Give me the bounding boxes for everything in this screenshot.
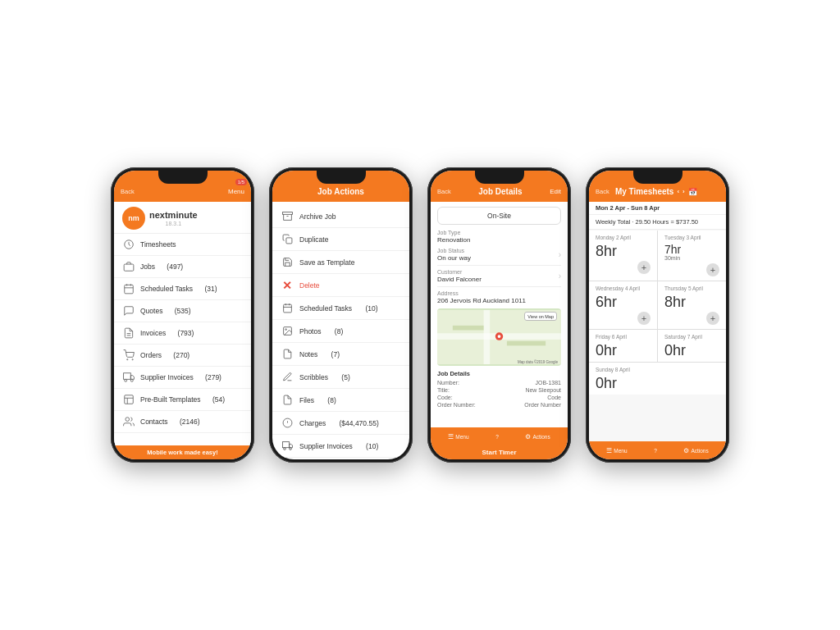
- phone1-footer: Mobile work made easy!: [114, 445, 251, 459]
- logo-area: nm nextminute 18.3.1: [114, 202, 251, 234]
- menu-item-templates[interactable]: Pre-Built Templates (54): [114, 389, 251, 411]
- job-number-row: Number: JOB-1381: [437, 380, 561, 386]
- action-charges[interactable]: Charges ($44,470.55): [272, 412, 409, 435]
- day-grid: Monday 2 April 8hr + Tuesday 3 April 7hr…: [589, 231, 726, 395]
- customer-value: David Falconer: [437, 276, 482, 283]
- phones-container: Back Menu 1/5 nm nextminute 18.3.1: [94, 135, 746, 495]
- job-details-title: Job Details: [451, 187, 550, 196]
- menu-item-quotes[interactable]: Quotes (535): [114, 300, 251, 322]
- menu-item-scheduled[interactable]: Scheduled Tasks (31): [114, 278, 251, 300]
- view-map-button[interactable]: View on Map: [524, 312, 557, 321]
- tuesday-label: Tuesday 3 April: [664, 235, 719, 240]
- action-duplicate[interactable]: Duplicate: [272, 228, 409, 251]
- chevron-right-icon[interactable]: ›: [682, 188, 685, 195]
- action-photos[interactable]: Photos (8): [272, 320, 409, 343]
- phone3: Back Job Details Edit On-Site Job Type R…: [427, 167, 571, 463]
- tuesday-plus[interactable]: +: [706, 263, 719, 276]
- svg-marker-31: [289, 444, 292, 447]
- action-archive[interactable]: Archive Job: [272, 205, 409, 228]
- action-supplier-invoices[interactable]: Supplier Invoices (10): [272, 435, 409, 458]
- menu-item-timesheets[interactable]: Timesheets: [114, 234, 251, 256]
- jobs-count: (497): [167, 262, 183, 271]
- gear-icon: ⚙: [525, 433, 531, 441]
- action-scheduled-tasks[interactable]: Scheduled Tasks (10): [272, 297, 409, 320]
- menu-bottom-icon: ☰: [448, 433, 454, 441]
- ts-menu-btn[interactable]: ☰ Menu: [606, 447, 627, 454]
- photos-label: Photos: [299, 327, 321, 336]
- svg-rect-36: [484, 310, 491, 364]
- menu-item-jobs[interactable]: Jobs (497): [114, 256, 251, 278]
- clock-icon: [122, 238, 135, 251]
- quotes-count: (535): [175, 307, 191, 315]
- chevron-left-icon[interactable]: ‹: [677, 188, 679, 195]
- notes-icon: [281, 348, 294, 361]
- help-btn[interactable]: ?: [495, 434, 499, 440]
- order-row: Order Number: Order Number: [437, 402, 561, 408]
- thursday-plus[interactable]: +: [706, 312, 719, 325]
- supplier-invoices-icon: [281, 440, 294, 453]
- menu-item-orders[interactable]: Orders (270): [114, 345, 251, 367]
- ts-menu-label: Menu: [614, 448, 627, 454]
- weekly-total: Weekly Total · 29.50 Hours = $737.50: [589, 215, 726, 230]
- job-title-row: Title: New Sleepout: [437, 387, 561, 393]
- start-timer-bar[interactable]: Start Timer: [431, 445, 568, 459]
- phone1: Back Menu 1/5 nm nextminute 18.3.1: [111, 167, 254, 463]
- status-arrow-icon: ›: [559, 250, 561, 259]
- tuesday-sub: 30min: [664, 255, 719, 261]
- phone4-back[interactable]: Back: [596, 188, 609, 195]
- duplicate-icon: [281, 233, 294, 246]
- phone3-bottom-bar: ☰ Menu ? ⚙ Actions: [431, 427, 568, 445]
- map-view: View on Map Map data ©2019 Google: [437, 308, 561, 366]
- number-value: JOB-1381: [535, 380, 561, 386]
- menu-bottom-btn[interactable]: ☰ Menu: [448, 433, 468, 441]
- job-status-value: On our way: [437, 254, 471, 262]
- ts-actions-btn[interactable]: ⚙ Actions: [683, 447, 708, 454]
- menu-item-supplier-invoices[interactable]: Supplier Invoices (279): [114, 367, 251, 389]
- monday-plus[interactable]: +: [637, 261, 651, 274]
- action-files[interactable]: Files (8): [272, 389, 409, 412]
- order-label: Order Number:: [437, 402, 476, 408]
- svg-rect-20: [285, 238, 291, 244]
- tuesday-hours: 7hr: [664, 244, 719, 255]
- menu-item-invoices[interactable]: Invoices (793): [114, 322, 251, 345]
- logo-text: nextminute: [149, 210, 198, 220]
- supplier-invoices-label: Supplier Invoices: [299, 442, 353, 450]
- phone3-back[interactable]: Back: [437, 188, 451, 195]
- job-actions-title: Job Actions: [279, 187, 403, 196]
- job-status-label: Job Status: [437, 248, 471, 253]
- friday-hours: 0hr: [596, 343, 651, 358]
- on-site-button[interactable]: On-Site: [437, 207, 561, 225]
- job-status-row[interactable]: Job Status On our way ›: [437, 248, 561, 266]
- actions-label: Actions: [532, 434, 550, 440]
- action-delete[interactable]: ✕ Delete: [272, 274, 409, 297]
- order-value: Order Number: [524, 402, 561, 408]
- ts-menu-icon: ☰: [606, 447, 612, 454]
- document-icon: [122, 326, 135, 340]
- wednesday-label: Wednesday 4 April: [596, 285, 651, 291]
- timesheets-label: Timesheets: [140, 240, 176, 249]
- edit-button[interactable]: Edit: [550, 188, 561, 195]
- action-quotes[interactable]: Quotes (11): [272, 458, 409, 459]
- menu-button[interactable]: Menu: [228, 188, 244, 195]
- scribbles-label: Scribbles: [299, 373, 328, 381]
- saturday-label: Saturday 7 April: [664, 334, 719, 340]
- actions-btn[interactable]: ⚙ Actions: [525, 433, 550, 441]
- ts-help-btn[interactable]: ?: [654, 448, 657, 454]
- wednesday-plus[interactable]: +: [637, 312, 651, 325]
- action-scribbles[interactable]: Scribbles (5): [272, 366, 409, 389]
- back-button[interactable]: Back: [121, 188, 135, 195]
- timesheets-page-title: My Timesheets ‹ › 📅: [609, 187, 703, 196]
- action-notes[interactable]: Notes (7): [272, 343, 409, 366]
- cart-icon: [122, 349, 135, 362]
- svg-rect-18: [282, 212, 292, 215]
- title-value: New Sleepout: [525, 387, 561, 393]
- customer-row[interactable]: Customer David Falconer ›: [437, 269, 561, 287]
- svg-rect-21: [283, 304, 291, 313]
- svg-point-8: [127, 359, 128, 360]
- invoices-count: (793): [178, 329, 194, 337]
- menu-item-contacts[interactable]: Contacts (2146): [114, 411, 251, 433]
- calendar-ts-icon[interactable]: 📅: [688, 188, 697, 196]
- customer-arrow-icon: ›: [559, 272, 561, 281]
- phone2: Job Actions Archive Job Duplicate: [269, 167, 413, 463]
- action-save-template[interactable]: Save as Template: [272, 251, 409, 274]
